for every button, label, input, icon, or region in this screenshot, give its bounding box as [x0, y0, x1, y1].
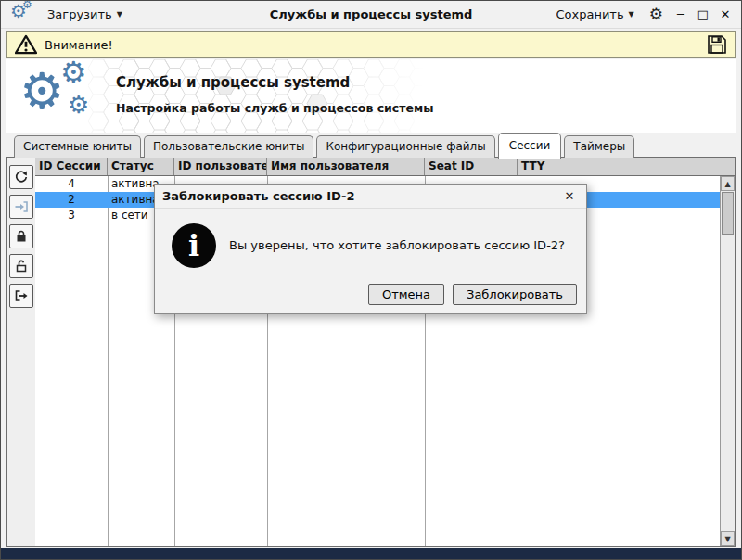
attach-session-icon: [14, 199, 29, 214]
page-subtitle: Настройка работы служб и процессов систе…: [116, 101, 433, 115]
lock-session-button[interactable]: [9, 224, 33, 248]
lock-icon: [14, 229, 29, 244]
column-header-seat-id[interactable]: Seat ID: [425, 158, 518, 175]
column-header-tty[interactable]: TTY: [518, 158, 735, 175]
save-menu-button[interactable]: Сохранить ▼: [552, 5, 637, 24]
warning-bar: Внимание!: [6, 31, 736, 58]
tab-user-units[interactable]: Пользовательские юниты: [144, 135, 313, 158]
cancel-button[interactable]: Отмена: [368, 284, 444, 305]
dialog-buttons: Отмена Заблокировать: [368, 284, 577, 305]
warning-label: Внимание!: [45, 38, 113, 52]
app-window: ⚙ ⚙ Загрузить ▼ Службы и процессы system…: [0, 0, 742, 560]
unlock-icon: [14, 259, 29, 274]
gear-icon: ⚙: [60, 59, 87, 87]
save-floppy-icon[interactable]: [707, 34, 727, 55]
column-header-user-id[interactable]: ID пользователя: [174, 158, 267, 175]
chevron-down-icon: ▼: [629, 10, 634, 19]
tab-bar: Системные юниты Пользовательские юниты К…: [14, 133, 634, 158]
side-toolbar: [7, 158, 35, 546]
dialog-title: Заблокировать сессию ID-2: [162, 189, 355, 203]
titlebar: ⚙ ⚙ Загрузить ▼ Службы и процессы system…: [1, 1, 741, 29]
scrollbar-thumb[interactable]: [722, 192, 734, 235]
tab-timers[interactable]: Таймеры: [564, 135, 634, 158]
refresh-button[interactable]: [9, 165, 33, 189]
unlock-session-button[interactable]: [9, 254, 33, 278]
confirm-lock-button[interactable]: Заблокировать: [453, 284, 577, 305]
load-menu-label: Загрузить: [47, 7, 112, 21]
vertical-scrollbar[interactable]: ▲ ▼: [720, 176, 735, 546]
page-header: ⚙ ⚙ ⚙ Службы и процессы systemd Настройк…: [6, 59, 736, 133]
column-divider: [108, 176, 109, 546]
page-title: Службы и процессы systemd: [116, 74, 433, 91]
cell-session-id: 4: [35, 176, 108, 192]
info-icon: i: [172, 223, 216, 268]
scroll-down-button[interactable]: ▼: [721, 531, 735, 546]
cell-session-id: 2: [35, 192, 108, 208]
window-controls: ─ □ ✕: [674, 7, 732, 21]
minimize-button[interactable]: ─: [674, 7, 687, 21]
load-menu-button[interactable]: Загрузить ▼: [44, 5, 126, 24]
scroll-up-button[interactable]: ▲: [721, 176, 735, 191]
window-bottom-edge: [1, 548, 741, 559]
gear-icon: ⚙: [22, 0, 32, 10]
dialog-titlebar: Заблокировать сессию ID-2 ✕: [155, 185, 586, 209]
maximize-button[interactable]: □: [697, 7, 710, 21]
gear-icon: ⚙: [68, 93, 89, 117]
tab-sessions[interactable]: Сессии: [498, 133, 562, 159]
save-menu-label: Сохранить: [556, 7, 623, 21]
column-header-status[interactable]: Статус: [108, 158, 174, 175]
dialog-close-button[interactable]: ✕: [560, 187, 579, 206]
attach-session-button[interactable]: [9, 195, 33, 219]
table-header: ID Сессии Статус ID пользователя Имя пол…: [35, 158, 735, 176]
gear-icon: ⚙: [19, 67, 64, 117]
column-header-user-name[interactable]: Имя пользователя: [267, 158, 425, 175]
app-icon: ⚙ ⚙: [10, 4, 34, 26]
terminate-session-button[interactable]: [9, 284, 33, 308]
close-button[interactable]: ✕: [719, 7, 732, 21]
lock-session-dialog: Заблокировать сессию ID-2 ✕ i Вы уверены…: [154, 184, 587, 314]
tab-config-files[interactable]: Конфигурационные файлы: [316, 135, 494, 158]
logout-icon: [14, 288, 29, 303]
refresh-icon: [14, 170, 29, 185]
settings-gear-icon[interactable]: ⚙: [649, 6, 663, 22]
tab-system-units[interactable]: Системные юниты: [14, 135, 141, 158]
app-logo-gears: ⚙ ⚙ ⚙: [18, 59, 114, 132]
cell-session-id: 3: [35, 208, 108, 223]
chevron-down-icon: ▼: [117, 10, 122, 19]
dialog-message: Вы уверены, что хотите заблокировать сес…: [229, 238, 573, 252]
warning-triangle-icon: [15, 34, 37, 55]
column-header-session-id[interactable]: ID Сессии: [35, 158, 108, 175]
